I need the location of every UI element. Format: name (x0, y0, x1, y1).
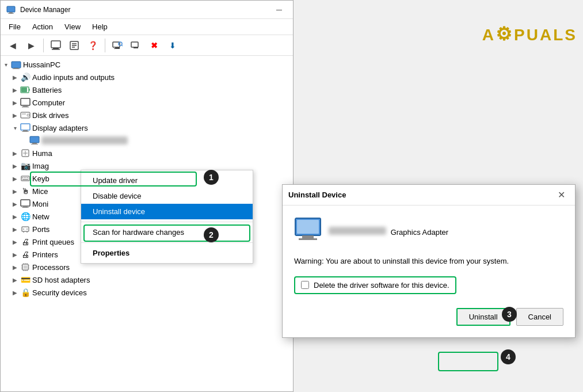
keyboards-expander[interactable]: ▶ (10, 176, 20, 182)
context-separator (81, 222, 253, 222)
hid-icon (20, 148, 31, 158)
svg-rect-3 (51, 41, 60, 48)
printers-icon: 🖨 (20, 249, 31, 260)
svg-rect-44 (21, 200, 30, 206)
toolbar-download[interactable]: ⬇ (164, 37, 181, 54)
root-label: HussainPC (23, 60, 60, 69)
computer-icon (20, 97, 31, 108)
svg-rect-19 (13, 68, 20, 69)
menu-view[interactable]: View (59, 20, 86, 33)
title-bar-icon (6, 5, 16, 14)
tree-display-adapters[interactable]: ▾ Display adapters (1, 121, 293, 134)
toolbar-properties[interactable] (66, 37, 83, 54)
tree-root[interactable]: ▾ HussainPC (1, 58, 293, 71)
mice-icon: 🖱 (20, 186, 31, 196)
svg-rect-17 (12, 62, 21, 68)
toolbar-forward[interactable]: ▶ (22, 37, 40, 54)
svg-rect-25 (22, 106, 29, 108)
svg-rect-0 (7, 6, 15, 12)
svg-rect-16 (134, 47, 138, 48)
svg-point-50 (23, 229, 24, 230)
tree-disk-drives[interactable]: ▶ Disk drives (1, 109, 293, 121)
uninstall-dialog: Uninstall Device ✕ Graphics Adapter (282, 184, 576, 338)
toolbar-sep1 (43, 39, 44, 52)
keyboards-icon (20, 173, 31, 184)
tree-computer[interactable]: ▶ Computer (1, 96, 293, 109)
svg-rect-2 (8, 13, 14, 14)
svg-rect-68 (299, 238, 317, 240)
computer-expander[interactable]: ▶ (10, 100, 20, 106)
monitors-label: Moni (32, 200, 48, 208)
context-properties[interactable]: Properties (81, 245, 253, 261)
imaging-icon: 📷 (20, 161, 31, 171)
tree-audio[interactable]: ▶ 🔊 Audio inputs and outputs (1, 71, 293, 83)
print-queues-icon: 🖨 (20, 237, 31, 247)
tree-security[interactable]: ▶ 🔒 Security devices (1, 286, 293, 299)
imaging-expander[interactable]: ▶ (10, 163, 20, 169)
svg-rect-31 (22, 131, 29, 132)
dialog-close-button[interactable]: ✕ (553, 188, 569, 202)
audio-expander[interactable]: ▶ (10, 74, 20, 81)
menu-action[interactable]: Action (26, 20, 59, 33)
context-scan[interactable]: Scan for hardware changes (81, 224, 253, 240)
tree-blurred-device[interactable] (1, 134, 293, 147)
toolbar-show-hide[interactable] (47, 37, 64, 54)
tree-sd-host[interactable]: ▶ 💳 SD host adapters (1, 273, 293, 286)
toolbar-scan[interactable] (109, 37, 126, 54)
monitors-expander[interactable]: ▶ (10, 201, 20, 207)
svg-rect-12 (114, 48, 120, 49)
svg-rect-30 (23, 130, 28, 131)
dialog-checkbox-row: Delete the driver software for this devi… (294, 276, 456, 294)
processors-label: Processors (32, 263, 70, 272)
svg-rect-1 (9, 12, 13, 13)
tree-batteries[interactable]: ▶ Batteries (1, 83, 293, 96)
toolbar: ◀ ▶ ❓ (1, 35, 293, 56)
svg-rect-32 (30, 136, 39, 143)
printers-label: Printers (32, 250, 58, 259)
menu-help[interactable]: Help (86, 20, 113, 33)
toolbar-red-x[interactable]: ✖ (146, 37, 163, 54)
svg-rect-4 (53, 48, 59, 49)
svg-rect-21 (29, 89, 30, 91)
delete-driver-checkbox[interactable] (301, 281, 309, 289)
processors-expander[interactable]: ▶ (10, 264, 20, 271)
dialog-device-name-blurred (329, 227, 386, 235)
disk-drives-expander[interactable]: ▶ (10, 112, 20, 119)
root-icon (11, 59, 21, 70)
network-expander[interactable]: ▶ (10, 214, 20, 220)
network-icon: 🌐 (20, 211, 31, 222)
menu-file[interactable]: File (3, 20, 26, 33)
hid-expander[interactable]: ▶ (10, 150, 20, 157)
toolbar-back[interactable]: ◀ (4, 37, 21, 54)
context-update-driver[interactable]: Update driver (81, 173, 253, 188)
toolbar-help[interactable]: ❓ (84, 37, 101, 54)
svg-rect-5 (52, 49, 60, 50)
processors-icon (20, 262, 31, 272)
sd-host-expander[interactable]: ▶ (10, 277, 20, 283)
print-queues-expander[interactable]: ▶ (10, 239, 20, 245)
toolbar-sep2 (105, 39, 105, 52)
svg-point-51 (26, 229, 28, 230)
ports-expander[interactable]: ▶ (10, 226, 20, 233)
svg-rect-39 (22, 177, 23, 178)
context-disable-device[interactable]: Disable device (81, 188, 253, 204)
disk-drives-icon (20, 110, 31, 120)
toolbar-device-icon[interactable] (127, 37, 144, 54)
security-expander[interactable]: ▶ (10, 290, 20, 296)
cancel-button[interactable]: Cancel (516, 308, 563, 326)
svg-rect-42 (27, 177, 28, 178)
mice-expander[interactable]: ▶ (10, 188, 20, 195)
tree-hid[interactable]: ▶ Huma (1, 147, 293, 159)
dialog-device-name-suffix: Graphics Adapter (391, 228, 448, 237)
printers-expander[interactable]: ▶ (10, 252, 20, 258)
context-menu: Update driver Disable device Uninstall d… (81, 170, 253, 264)
title-bar: Device Manager ─ (1, 1, 293, 19)
batteries-expander[interactable]: ▶ (10, 87, 20, 93)
minimize-button[interactable]: ─ (271, 3, 287, 16)
display-expander[interactable]: ▾ (10, 125, 20, 131)
delete-driver-label[interactable]: Delete the driver software for this devi… (314, 281, 449, 290)
sd-host-label: SD host adapters (32, 276, 90, 284)
context-uninstall-device[interactable]: Uninstall device (81, 204, 253, 219)
root-expander[interactable]: ▾ (1, 62, 11, 68)
svg-rect-22 (21, 87, 27, 92)
